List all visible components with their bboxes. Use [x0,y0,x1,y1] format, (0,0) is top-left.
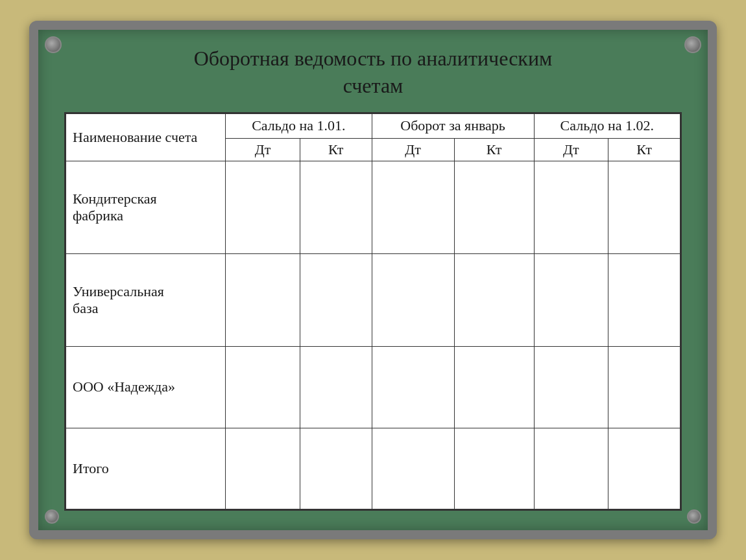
cell [608,254,680,347]
cell [608,161,680,253]
whiteboard: Оборотная ведомость по аналитическим сче… [29,21,717,539]
col-header-saldo2: Сальдо на 1.02. [534,114,680,139]
cell [226,161,300,253]
row-name-universal: Универсальнаябаза [66,254,226,347]
cell [372,254,454,347]
col-header-kt2: Кт [454,138,534,161]
cell [226,254,300,347]
table-row: Итого [66,428,680,509]
row-name-konditer: Кондитерскаяфабрика [66,161,226,253]
cell [534,161,608,253]
cell [300,161,372,253]
table-container: Наименование счета Сальдо на 1.01. Оборо… [64,112,682,511]
table-row: Универсальнаябаза [66,254,680,347]
table-row: ООО «Надежда» [66,347,680,428]
cell [372,428,454,509]
cell [300,254,372,347]
analytics-table: Наименование счета Сальдо на 1.01. Оборо… [66,113,680,509]
table-row: Кондитерскаяфабрика [66,161,680,253]
cell [372,347,454,428]
cell [534,254,608,347]
col-header-oborot: Оборот за январь [372,114,534,139]
row-name-ooo: ООО «Надежда» [66,347,226,428]
col-header-saldo1: Сальдо на 1.01. [226,114,372,139]
cell [534,428,608,509]
cell [226,428,300,509]
row-name-itogo: Итого [66,428,226,509]
col-header-dt3: Дт [534,138,608,161]
cell [608,347,680,428]
col-header-dt2: Дт [372,138,454,161]
cell [608,428,680,509]
cell [372,161,454,253]
col-header-name: Наименование счета [66,114,226,161]
corner-bolt-bottom-right [687,509,701,524]
cell [300,428,372,509]
col-header-dt1: Дт [226,138,300,161]
header-row-1: Наименование счета Сальдо на 1.01. Оборо… [66,114,680,139]
cell [300,347,372,428]
cell [454,347,534,428]
cell [226,347,300,428]
board-title: Оборотная ведомость по аналитическим сче… [194,45,553,99]
corner-bolt-bottom-left [45,509,59,524]
col-header-kt1: Кт [300,138,372,161]
col-header-kt3: Кт [608,138,680,161]
cell [454,254,534,347]
cell [454,161,534,253]
cell [534,347,608,428]
cell [454,428,534,509]
